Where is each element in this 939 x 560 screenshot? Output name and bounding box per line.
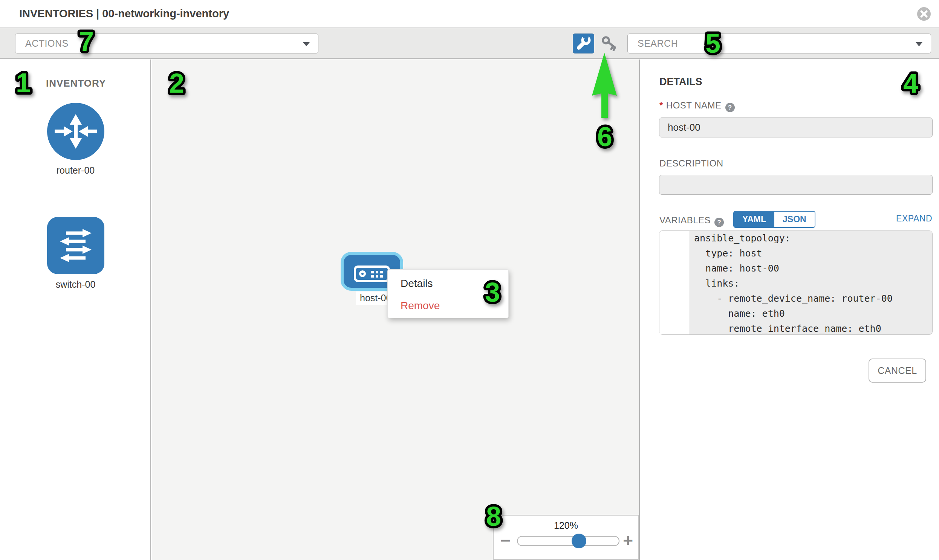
palette-item-label: switch-00 <box>0 279 151 290</box>
page-header: INVENTORIES | 00-networking-inventory <box>0 0 939 28</box>
context-menu-item-details[interactable]: Details <box>388 270 508 294</box>
host-name-field[interactable] <box>659 117 933 137</box>
line-text: name: eth0 <box>689 306 785 321</box>
zoom-in-button[interactable]: + <box>623 529 633 552</box>
host-name-label-text: HOST NAME <box>666 100 722 110</box>
code-line: 1ansible_topology: <box>659 231 932 246</box>
expand-link[interactable]: EXPAND <box>896 214 932 224</box>
line-text: name: host-00 <box>689 261 779 276</box>
editor-gutter <box>659 231 689 334</box>
host-icon <box>353 264 390 284</box>
node-context-menu: Details Remove <box>387 269 509 318</box>
line-text: remote_interface_name: eth0 <box>689 321 881 335</box>
search-dropdown[interactable]: SEARCH <box>628 34 931 54</box>
page-title: INVENTORIES | 00-networking-inventory <box>19 0 229 28</box>
wrench-icon <box>573 34 594 53</box>
context-menu-item-remove[interactable]: Remove <box>388 294 508 318</box>
topology-canvas[interactable]: host-00 Details Remove 120% − + <box>152 60 639 560</box>
description-field[interactable] <box>659 175 933 195</box>
code-line: 7 remote_interface_name: eth0 <box>659 321 932 335</box>
actions-dropdown[interactable]: ACTIONS <box>15 34 318 54</box>
chevron-down-icon <box>916 42 922 46</box>
help-icon[interactable]: ? <box>725 103 735 112</box>
zoom-slider-thumb[interactable] <box>572 534 586 548</box>
code-line: 2 type: host <box>659 246 932 261</box>
required-marker: * <box>659 100 663 110</box>
yaml-toggle-button[interactable]: YAML <box>734 212 774 227</box>
inventory-palette: INVENTORY router-00 <box>0 60 151 560</box>
inventory-topology-page: INVENTORIES | 00-networking-inventory AC… <box>0 0 939 560</box>
code-line: 6 name: eth0 <box>659 306 932 321</box>
line-text: - remote_device_name: router-00 <box>689 291 893 306</box>
palette-title: INVENTORY <box>46 78 106 89</box>
chevron-down-icon <box>303 42 310 46</box>
variables-code-editor[interactable]: 1ansible_topology: 2 type: host 3 name: … <box>659 231 933 335</box>
code-line: 5 - remote_device_name: router-00 <box>659 291 932 306</box>
variables-format-toggle: YAML JSON <box>733 211 816 228</box>
zoom-slider[interactable] <box>517 536 620 546</box>
credentials-button[interactable] <box>600 35 618 53</box>
switch-icon <box>47 217 104 274</box>
palette-item-label: router-00 <box>0 165 151 176</box>
line-text: type: host <box>689 246 762 261</box>
zoom-level-value: 120% <box>493 520 638 531</box>
code-line: 4 links: <box>659 276 932 291</box>
zoom-out-button[interactable]: − <box>500 529 510 552</box>
palette-item-router[interactable]: router-00 <box>0 103 151 176</box>
line-text: links: <box>689 276 739 291</box>
help-icon[interactable]: ? <box>714 218 724 227</box>
details-panel-title: DETAILS <box>659 76 702 88</box>
description-label: DESCRIPTION <box>659 158 723 169</box>
variables-label-text: VARIABLES <box>659 215 711 225</box>
toolbar: ACTIONS SEARCH <box>0 28 939 59</box>
json-toggle-button[interactable]: JSON <box>774 212 815 227</box>
line-text: ansible_topology: <box>689 231 791 246</box>
host-name-label: *HOST NAME? <box>659 100 735 112</box>
variables-label: VARIABLES? <box>659 215 724 227</box>
close-button[interactable] <box>917 7 931 21</box>
router-icon <box>47 103 104 160</box>
details-panel: DETAILS *HOST NAME? DESCRIPTION VARIABLE… <box>639 60 939 560</box>
palette-item-switch[interactable]: switch-00 <box>0 217 151 290</box>
code-line: 3 name: host-00 <box>659 261 932 276</box>
close-icon <box>920 10 928 18</box>
tools-button[interactable] <box>573 34 594 54</box>
actions-dropdown-label: ACTIONS <box>25 34 69 53</box>
cancel-button[interactable]: CANCEL <box>868 358 926 383</box>
search-placeholder: SEARCH <box>638 34 678 53</box>
key-icon <box>600 35 618 53</box>
zoom-control: 120% − + <box>493 515 639 560</box>
